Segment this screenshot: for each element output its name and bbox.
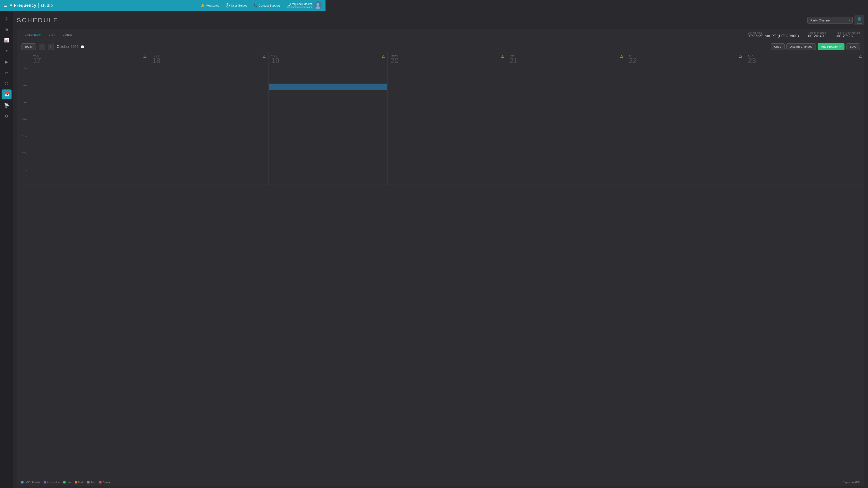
playlist-icon: ≡ [6,49,7,53]
sidebar-item-monitor[interactable]: 🖥 [2,24,11,34]
cell-mon-10am[interactable] [30,117,149,134]
left-sidebar: ◎ 🖥 📊 ≡ ▶ ✂ ⬡ 📅 📡 ⚙ [0,11,13,183]
day-header-wed: Wed 19 ⚠ [269,53,326,66]
schedule-icon: 📅 [4,92,9,97]
play-icon: ▶ [5,59,8,64]
sidebar-item-schedule[interactable]: 📅 [2,90,11,99]
help-icon: ? [225,3,230,7]
time-9am: 9am [24,101,28,104]
time-8am: 8am [24,84,28,87]
cell-wed-1pm[interactable] [269,168,326,183]
calendar-grid-container[interactable]: Mon 17 ⚠ Tues 18 ⚠ [17,53,326,183]
sidebar-item-play[interactable]: ▶ [2,57,11,67]
calendar-month: October 2022 📅 [57,45,84,49]
time-1pm: 1pm [24,169,28,171]
cell-tues-11am[interactable] [149,134,269,151]
sidebar-item-layers[interactable]: ⬡ [2,78,11,89]
logo-pipe: | [38,2,39,8]
user-section: _Frequency Master demo@frequency.com [287,1,322,9]
tab-list[interactable]: LIST [45,32,59,38]
cell-wed-10am[interactable] [269,117,326,134]
calendar-controls: Today ‹ › October 2022 📅 Undo Discard Ch… [17,41,326,53]
cell-wed-11am[interactable] [269,134,326,151]
tools-icon: ✂ [5,71,8,75]
time-label-9am: 9am [17,100,30,117]
schedule-panel: CALENDAR LIST GUIDE Current Time 07:36:2… [17,29,326,183]
layers-icon: ⬡ [5,81,8,86]
main-content: SCHEDULE Party Channel Channel 2 Channel… [13,11,326,183]
time-label-8am: 8am [17,83,30,100]
user-guides-label: User Guides [231,4,247,7]
analytics-icon: ◎ [5,16,8,21]
next-icon: › [51,45,51,48]
user-avatar[interactable] [314,1,322,9]
sidebar-item-tools[interactable]: ✂ [2,68,11,78]
sidebar-item-settings[interactable]: ⚙ [2,111,11,121]
reports-icon: 📊 [4,38,9,43]
cell-wed-9am[interactable] [269,100,326,117]
logo-studio: studio [41,3,53,8]
cell-tues-8am[interactable] [149,83,269,100]
time-12pm: 12pm [22,152,28,155]
cell-mon-7am[interactable] [30,66,149,83]
day-number-mon: 17 [33,57,41,64]
prev-week-button[interactable]: ‹ [39,43,45,50]
monitor-icon: 🖥 [4,27,8,32]
cell-mon-1pm[interactable] [30,168,149,183]
bell-icon: 🔔 [201,4,205,7]
next-week-button[interactable]: › [48,43,54,50]
cell-tues-1pm[interactable] [149,168,269,183]
cell-wed-8am[interactable] [269,83,326,100]
day-number-tues: 18 [152,57,160,64]
warning-mon: ⚠ [143,54,147,59]
page-title: SCHEDULE [17,17,58,24]
logo: ≡ Frequency | studio [10,2,53,8]
sidebar-item-reports[interactable]: 📊 [2,35,11,45]
cell-mon-11am[interactable] [30,134,149,151]
cell-wed-12pm[interactable] [269,151,326,168]
time-label-12pm: 12pm [17,151,30,168]
phone-icon: 📞 [254,4,257,7]
cell-mon-12pm[interactable] [30,151,149,168]
tab-guide[interactable]: GUIDE [59,32,76,38]
cell-mon-8am[interactable] [30,83,149,100]
time-10am: 10am [22,118,28,121]
contact-support-nav[interactable]: 📞 Contact Support [254,4,280,7]
cell-tues-9am[interactable] [149,100,269,117]
prev-icon: ‹ [41,45,42,48]
warning-tues: ⚠ [262,54,266,59]
cell-wed-7am[interactable] [269,66,326,83]
sidebar-item-broadcast[interactable]: 📡 [2,100,11,110]
calendar-grid: Mon 17 ⚠ Tues 18 ⚠ [17,53,326,183]
page-header: SCHEDULE Party Channel Channel 2 Channel… [17,15,326,25]
calendar-picker-icon[interactable]: 📅 [81,45,84,48]
cell-tues-10am[interactable] [149,117,269,134]
cell-mon-9am[interactable] [30,100,149,117]
day-number-wed: 19 [271,57,279,64]
svg-point-1 [316,3,319,6]
day-header-tues: Tues 18 ⚠ [149,53,269,66]
time-label-11am: 11am [17,134,30,151]
messages-label: Messages [206,4,219,7]
cell-tues-12pm[interactable] [149,151,269,168]
contact-support-label: Contact Support [258,4,280,7]
sidebar-item-playlist[interactable]: ≡ [2,46,11,56]
logo-text: ≡ Frequency [10,3,37,8]
top-nav: ☰ ≡ Frequency | studio 🔔 Messages ? User… [0,0,326,11]
cell-tues-7am[interactable] [149,66,269,83]
month-year-label: October 2022 [57,45,79,49]
today-button[interactable]: Today [21,43,36,50]
time-header-cell [17,53,30,66]
schedule-tabs: CALENDAR LIST GUIDE [21,32,76,38]
schedule-header: CALENDAR LIST GUIDE Current Time 07:36:2… [17,29,326,41]
sidebar-item-analytics[interactable]: ◎ [2,13,11,24]
user-email: demo@frequency.com [287,6,312,8]
user-guides-nav[interactable]: ? User Guides [225,3,247,7]
tab-calendar[interactable]: CALENDAR [21,32,45,38]
program-block-wed-8am[interactable] [269,84,326,90]
hamburger-menu[interactable]: ☰ [4,3,7,8]
settings-icon: ⚙ [5,113,8,119]
day-header-mon: Mon 17 ⚠ [30,53,149,66]
messages-nav[interactable]: 🔔 Messages [201,4,219,7]
svg-point-2 [315,6,320,9]
